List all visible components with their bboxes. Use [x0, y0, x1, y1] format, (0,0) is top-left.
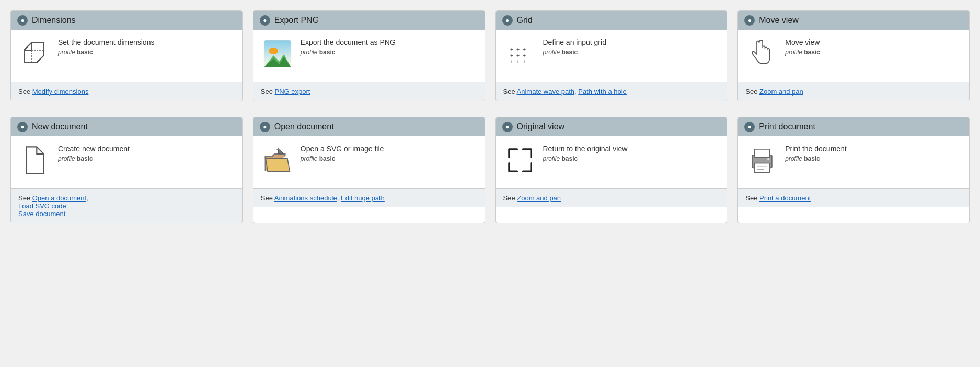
svg-text:+ + +: + + +	[510, 53, 526, 58]
card-icon-original-view	[504, 145, 536, 176]
card-body-export-png: Export the document as PNG profile basic	[253, 30, 485, 82]
card-body-original-view: Return to the original view profile basi…	[496, 136, 727, 188]
card-footer-new-document: See Open a document, Load SVG codeSave d…	[11, 188, 242, 223]
card-description-print-document: Print the document	[785, 145, 847, 153]
card-footer-pre-original-view: See	[503, 194, 517, 202]
link-export-png-0[interactable]: PNG export	[275, 88, 310, 96]
card-header-icon-export-png: ●	[260, 15, 270, 26]
svg-text:+ + +: + + +	[510, 59, 526, 65]
link-new-document-2[interactable]: Save document	[18, 210, 65, 218]
card-icon-move-view	[746, 38, 778, 69]
card-footer-dimensions: See Modify dimensions	[11, 82, 242, 101]
link-new-document-1[interactable]: Load SVG code	[18, 202, 66, 210]
card-footer-pre-dimensions: See	[18, 88, 32, 96]
card-text-dimensions: Set the document dimensions profile basi…	[58, 38, 154, 56]
card-header-new-document: ● New document	[11, 117, 242, 136]
card-description-export-png: Export the document as PNG	[301, 38, 396, 46]
card-title-export-png: Export PNG	[274, 16, 319, 25]
link-new-document-0[interactable]: Open a document	[32, 194, 86, 202]
card-text-export-png: Export the document as PNG profile basic	[301, 38, 396, 56]
card-profile-open-document: profile basic	[301, 155, 384, 162]
link-move-view-0[interactable]: Zoom and pan	[759, 88, 803, 96]
svg-rect-16	[755, 149, 770, 158]
card-header-print-document: ● Print document	[738, 117, 969, 136]
link-original-view-0[interactable]: Zoom and pan	[517, 194, 561, 202]
card-profile-move-view: profile basic	[785, 49, 820, 56]
card-header-move-view: ● Move view	[738, 11, 969, 30]
card-new-document: ● New document Create new document profi…	[10, 117, 243, 223]
card-footer-export-png: See PNG export	[253, 82, 485, 101]
card-icon-new-document	[19, 145, 51, 176]
card-title-dimensions: Dimensions	[32, 16, 76, 25]
card-icon-open-document	[262, 145, 293, 176]
svg-marker-14	[275, 148, 280, 150]
card-body-print-document: Print the document profile basic	[738, 136, 969, 188]
card-header-icon-move-view: ●	[744, 15, 755, 26]
card-header-export-png: ● Export PNG	[253, 11, 485, 30]
link-dimensions-0[interactable]: Modify dimensions	[32, 88, 89, 96]
card-footer-print-document: See Print a document	[738, 188, 969, 207]
card-header-open-document: ● Open document	[253, 117, 485, 136]
card-footer-pre-grid: See	[503, 88, 517, 96]
card-footer-pre-new-document: See	[18, 194, 32, 202]
card-description-grid: Define an input grid	[543, 38, 606, 46]
card-open-document: ● Open document Open a SVG or image file…	[253, 117, 485, 223]
card-header-icon-dimensions: ●	[17, 15, 28, 26]
card-description-move-view: Move view	[785, 38, 820, 46]
card-text-grid: Define an input grid profile basic	[543, 38, 606, 56]
card-header-original-view: ● Original view	[496, 117, 727, 136]
card-dimensions: ● Dimensions Set the document dimensions…	[10, 10, 243, 101]
card-header-dimensions: ● Dimensions	[11, 11, 242, 30]
svg-text:+ + +: + + +	[510, 46, 526, 52]
card-icon-export-png	[262, 38, 293, 69]
svg-point-6	[269, 48, 278, 54]
card-export-png: ● Export PNG Export the document as PNG …	[253, 10, 485, 101]
card-text-open-document: Open a SVG or image file profile basic	[301, 145, 384, 162]
card-text-move-view: Move view profile basic	[785, 38, 820, 56]
card-print-document: ● Print document Print the document prof…	[737, 117, 970, 223]
card-description-original-view: Return to the original view	[543, 145, 628, 153]
row-0: ● Dimensions Set the document dimensions…	[10, 10, 970, 101]
link-grid-0[interactable]: Animate wave path	[517, 88, 575, 96]
card-profile-print-document: profile basic	[785, 155, 847, 162]
card-description-dimensions: Set the document dimensions	[58, 38, 154, 46]
card-footer-pre-move-view: See	[745, 88, 759, 96]
row-1: ● New document Create new document profi…	[10, 117, 970, 223]
card-profile-new-document: profile basic	[58, 155, 130, 162]
card-icon-print-document	[746, 145, 778, 176]
svg-line-1	[24, 43, 31, 50]
card-body-move-view: Move view profile basic	[738, 30, 969, 82]
svg-marker-12	[278, 148, 284, 154]
card-header-icon-open-document: ●	[260, 122, 270, 132]
card-header-icon-print-document: ●	[744, 122, 755, 132]
card-footer-pre-open-document: See	[261, 194, 274, 202]
card-title-new-document: New document	[32, 122, 88, 132]
card-body-dimensions: Set the document dimensions profile basi…	[11, 30, 242, 82]
card-text-new-document: Create new document profile basic	[58, 145, 130, 162]
card-footer-grid: See Animate wave path, Path with a hole	[496, 82, 727, 101]
card-body-open-document: Open a SVG or image file profile basic	[253, 136, 485, 188]
card-description-open-document: Open a SVG or image file	[301, 145, 384, 153]
link-print-document-0[interactable]: Print a document	[759, 194, 811, 202]
card-footer-open-document: See Animations schedule, Edit huge path	[253, 188, 485, 207]
card-footer-original-view: See Zoom and pan	[496, 188, 727, 207]
card-grid: ● Grid + + + + + + + + + Define an input…	[495, 10, 728, 101]
card-title-open-document: Open document	[274, 122, 334, 132]
card-title-grid: Grid	[517, 16, 533, 25]
link-open-document-1[interactable]: Edit huge path	[341, 194, 385, 202]
card-profile-original-view: profile basic	[543, 155, 628, 162]
card-profile-grid: profile basic	[543, 49, 606, 56]
card-header-icon-original-view: ●	[502, 122, 513, 132]
card-header-grid: ● Grid	[496, 11, 727, 30]
card-header-icon-new-document: ●	[17, 122, 28, 132]
card-footer-pre-export-png: See	[261, 88, 275, 96]
link-open-document-0[interactable]: Animations schedule	[274, 194, 337, 202]
svg-rect-17	[755, 163, 770, 173]
card-header-icon-grid: ●	[502, 15, 513, 26]
link-grid-1[interactable]: Path with a hole	[578, 88, 627, 96]
card-text-original-view: Return to the original view profile basi…	[543, 145, 628, 162]
card-icon-grid: + + + + + + + + +	[504, 38, 536, 69]
card-move-view: ● Move view Move view profile basic See …	[737, 10, 970, 101]
card-text-print-document: Print the document profile basic	[785, 145, 847, 162]
card-profile-dimensions: profile basic	[58, 49, 154, 56]
